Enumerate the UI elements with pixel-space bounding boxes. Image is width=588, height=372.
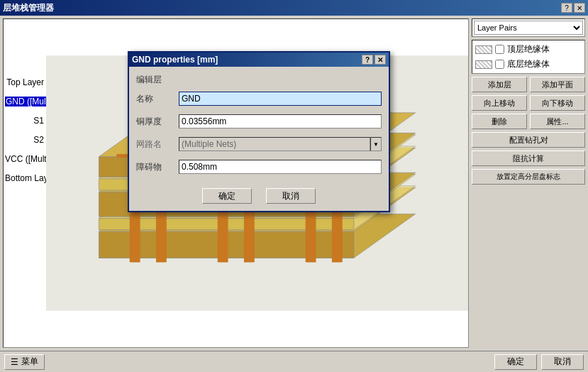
dialog-title-buttons: ? ✕ xyxy=(362,55,386,65)
menu-icon: ☰ xyxy=(11,357,18,367)
add-buttons-row: 添加层 添加平面 xyxy=(472,77,585,92)
obstacle-input[interactable] xyxy=(179,160,382,174)
layer-pairs-select[interactable]: Layer Pairs xyxy=(474,21,583,35)
delete-button[interactable]: 删除 xyxy=(472,114,527,129)
move-buttons-row: 向上移动 向下移动 xyxy=(472,95,585,111)
name-row: 名称 xyxy=(136,92,382,106)
add-layer-button[interactable]: 添加层 xyxy=(472,77,527,92)
bottom-pattern-icon xyxy=(475,60,492,69)
help-button[interactable]: ? xyxy=(561,3,572,13)
add-plane-button[interactable]: 添加平面 xyxy=(530,77,585,92)
close-button[interactable]: ✕ xyxy=(574,3,585,13)
obstacle-row: 障碍物 xyxy=(136,160,382,174)
top-insulator-checkbox[interactable] xyxy=(495,45,504,54)
name-label: 名称 xyxy=(136,93,179,105)
bottom-cancel-button[interactable]: 取消 xyxy=(541,354,584,370)
copper-row: 铜厚度 xyxy=(136,114,382,128)
obstacle-label: 障碍物 xyxy=(136,161,179,173)
main-window: Top Layer → GND ([Multiple Nets]) → S1 →… xyxy=(0,16,588,372)
dialog-title-text: GND properties [mm] xyxy=(132,55,218,65)
copper-input[interactable] xyxy=(179,114,382,128)
move-down-button[interactable]: 向下移动 xyxy=(530,95,585,111)
bottom-bar: ☰ 菜单 确定 取消 xyxy=(0,351,588,372)
dialog-cancel-button[interactable]: 取消 xyxy=(266,188,316,204)
bottom-right-buttons: 确定 取消 xyxy=(494,354,584,370)
net-row: 网路名 ▼ xyxy=(136,137,382,151)
net-input xyxy=(179,137,370,151)
net-label: 网路名 xyxy=(136,138,179,151)
bottom-insulator-label: 底层绝缘体 xyxy=(507,58,550,70)
impedance-button[interactable]: 阻抗计算 xyxy=(472,151,585,166)
title-bar-buttons: ? ✕ xyxy=(561,3,585,13)
dialog-section-label: 编辑层 xyxy=(136,74,382,86)
window-title: 层堆栈管理器 xyxy=(3,2,54,14)
dialog-buttons-row: 确定 取消 xyxy=(136,182,382,204)
dialog-help-button[interactable]: ? xyxy=(362,55,373,65)
buttons-area: 添加层 添加平面 向上移动 向下移动 删除 属性... 配置钻孔对 阻抗计算 放… xyxy=(472,77,585,185)
top-insulator-label: 顶层绝缘体 xyxy=(507,43,550,55)
checkboxes-area: 顶层绝缘体 底层绝缘体 xyxy=(472,40,585,74)
net-dropdown-arrow[interactable]: ▼ xyxy=(370,137,382,151)
dialog-title-bar: GND properties [mm] ? ✕ xyxy=(129,53,389,67)
delete-properties-row: 删除 属性... xyxy=(472,114,585,129)
copper-label: 铜厚度 xyxy=(136,116,179,128)
bottom-insulator-row: 底层绝缘体 xyxy=(475,58,582,70)
title-bar: 层堆栈管理器 ? ✕ xyxy=(0,0,588,16)
layer-pairs-dropdown-container: Layer Pairs xyxy=(472,18,585,37)
menu-button[interactable]: ☰ 菜单 xyxy=(4,354,45,370)
top-insulator-row: 顶层绝缘体 xyxy=(475,43,582,55)
dialog-content: 编辑层 名称 铜厚度 网路名 xyxy=(129,67,389,211)
bottom-ok-button[interactable]: 确定 xyxy=(494,354,537,370)
dialog-close-button[interactable]: ✕ xyxy=(375,55,386,65)
menu-label: 菜单 xyxy=(21,356,38,368)
top-pattern-icon xyxy=(475,45,492,54)
dialog-overlay: GND properties [mm] ? ✕ 编辑层 名称 xyxy=(128,51,390,212)
content-area: Top Layer → GND ([Multiple Nets]) → S1 →… xyxy=(0,16,588,351)
right-panel: Layer Pairs 顶层绝缘体 底层绝缘体 添加层 xyxy=(472,18,585,348)
properties-button[interactable]: 属性... xyxy=(530,114,585,129)
dialog-ok-button[interactable]: 确定 xyxy=(202,188,252,204)
gnd-properties-dialog: GND properties [mm] ? ✕ 编辑层 名称 xyxy=(128,51,390,212)
move-up-button[interactable]: 向上移动 xyxy=(472,95,527,111)
drill-pair-button[interactable]: 配置钻孔对 xyxy=(472,132,585,148)
hdl-button[interactable]: 放置定高分层盘标志 xyxy=(472,169,585,185)
name-input[interactable] xyxy=(179,92,382,106)
bottom-insulator-checkbox[interactable] xyxy=(495,60,504,69)
